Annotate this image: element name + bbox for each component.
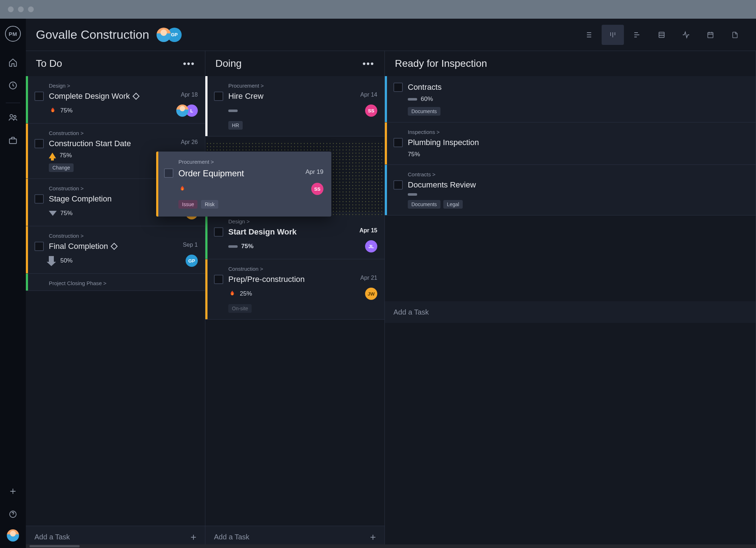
- help-icon[interactable]: [5, 506, 21, 522]
- traffic-light-close[interactable]: [8, 6, 14, 12]
- card-stripe: [26, 274, 28, 291]
- task-checkbox[interactable]: [34, 139, 44, 148]
- task-card[interactable]: Design > Complete Design Work Apr 18 75%: [26, 76, 205, 124]
- priority-bar-icon: [408, 193, 417, 196]
- list-view-tab[interactable]: [577, 25, 599, 45]
- card-stripe: [26, 76, 28, 123]
- task-date: Apr 21: [360, 275, 377, 281]
- column-title: Ready for Inspection: [395, 58, 487, 69]
- scrollbar-thumb[interactable]: [29, 545, 80, 547]
- task-card[interactable]: Design > Start Design Work Apr 15 75% JL: [205, 212, 384, 259]
- column-menu-icon[interactable]: •••: [363, 58, 374, 69]
- horizontal-scrollbar[interactable]: [26, 544, 756, 548]
- card-breadcrumb[interactable]: Procurement >: [228, 83, 377, 89]
- card-breadcrumb[interactable]: Inspections >: [408, 129, 748, 135]
- member-avatar[interactable]: [157, 28, 171, 42]
- files-view-tab[interactable]: [724, 25, 746, 45]
- card-breadcrumb[interactable]: Construction >: [49, 233, 198, 239]
- task-card[interactable]: Contracts > Documents Review Documents L…: [385, 165, 756, 215]
- task-tag[interactable]: Documents: [408, 107, 440, 116]
- task-card[interactable]: Construction > Final Completion Sep 1 50…: [26, 226, 205, 274]
- view-switcher: [577, 25, 746, 45]
- card-breadcrumb[interactable]: Project Closing Phase >: [49, 280, 198, 286]
- task-tag[interactable]: Documents: [408, 200, 440, 209]
- task-title: Contracts: [408, 83, 748, 92]
- calendar-view-tab[interactable]: [699, 25, 722, 45]
- gantt-view-tab[interactable]: [626, 25, 648, 45]
- task-date: Apr 19: [305, 168, 323, 176]
- task-card[interactable]: Construction > Prep/Pre-construction Apr…: [205, 259, 384, 320]
- svg-point-2: [14, 116, 16, 118]
- task-tag[interactable]: On-site: [228, 304, 252, 313]
- card-stripe: [26, 179, 28, 226]
- task-card[interactable]: Procurement > Hire Crew Apr 14 SS HR: [205, 76, 384, 136]
- add-icon[interactable]: [5, 483, 21, 499]
- activity-view-tab[interactable]: [675, 25, 697, 45]
- card-stripe: [385, 165, 387, 215]
- sheet-view-tab[interactable]: [650, 25, 673, 45]
- task-title: Complete Design Work: [49, 92, 177, 101]
- task-card[interactable]: Project Closing Phase >: [26, 274, 205, 291]
- svg-rect-3: [9, 139, 17, 144]
- task-card[interactable]: Inspections > Plumbing Inspection 75%: [385, 122, 756, 165]
- task-checkbox[interactable]: [34, 194, 44, 204]
- task-title: Prep/Pre-construction: [228, 275, 356, 284]
- column-cards: Design > Complete Design Work Apr 18 75%: [26, 76, 205, 526]
- plus-icon: +: [370, 531, 376, 543]
- add-task-button[interactable]: Add a Task: [385, 301, 756, 323]
- task-progress: 25%: [240, 290, 252, 297]
- clock-icon[interactable]: [5, 78, 21, 93]
- task-tag[interactable]: Legal: [443, 200, 463, 209]
- project-members[interactable]: GP: [157, 28, 182, 42]
- task-tag[interactable]: Risk: [201, 200, 218, 209]
- column-menu-icon[interactable]: •••: [183, 58, 195, 69]
- card-breadcrumb[interactable]: Design >: [228, 218, 377, 224]
- card-breadcrumb[interactable]: Construction >: [228, 266, 377, 272]
- task-checkbox[interactable]: [393, 180, 403, 190]
- card-stripe: [156, 152, 158, 217]
- add-task-label: Add a Task: [214, 533, 249, 541]
- task-progress: 75%: [60, 107, 73, 114]
- assignee-avatar[interactable]: GP: [186, 255, 198, 267]
- priority-low-icon: [49, 256, 54, 263]
- card-breadcrumb[interactable]: Procurement >: [178, 159, 323, 165]
- task-checkbox[interactable]: [214, 92, 223, 101]
- task-tag[interactable]: Issue: [178, 200, 197, 209]
- team-icon[interactable]: [5, 110, 21, 125]
- board-view-tab[interactable]: [602, 25, 624, 45]
- traffic-light-min[interactable]: [18, 6, 24, 12]
- card-breadcrumb[interactable]: Contracts >: [408, 171, 748, 177]
- card-stripe: [26, 124, 28, 178]
- task-tag[interactable]: Change: [49, 163, 74, 172]
- app-logo[interactable]: PM: [5, 26, 21, 42]
- traffic-light-max[interactable]: [28, 6, 34, 12]
- task-checkbox[interactable]: [393, 138, 403, 147]
- task-card[interactable]: Contracts 60% Documents: [385, 76, 756, 122]
- column-ready: Ready for Inspection Contracts 60%: [385, 51, 756, 548]
- briefcase-icon[interactable]: [5, 133, 21, 148]
- task-progress: 75%: [408, 151, 420, 158]
- task-checkbox[interactable]: [164, 168, 173, 178]
- priority-flame-icon: [178, 185, 186, 193]
- task-title: Construction Start Date: [49, 139, 177, 148]
- task-tag[interactable]: HR: [228, 121, 243, 130]
- task-checkbox[interactable]: [34, 92, 44, 101]
- task-checkbox[interactable]: [214, 275, 223, 284]
- assignee-avatar[interactable]: SS: [365, 105, 377, 117]
- home-icon[interactable]: [5, 55, 21, 70]
- assignee-avatar[interactable]: JW: [365, 288, 377, 300]
- task-checkbox[interactable]: [393, 83, 403, 92]
- task-checkbox[interactable]: [34, 242, 44, 251]
- card-breadcrumb[interactable]: Design >: [49, 83, 198, 89]
- assignee-avatar[interactable]: JL: [365, 240, 377, 252]
- card-breadcrumb[interactable]: Construction >: [49, 130, 198, 136]
- task-date: Apr 18: [181, 92, 198, 98]
- dragging-card[interactable]: Procurement > Order Equipment Apr 19 SS …: [156, 152, 331, 217]
- task-checkbox[interactable]: [214, 227, 223, 237]
- add-task-label: Add a Task: [34, 533, 70, 541]
- assignee-avatar[interactable]: [176, 105, 188, 117]
- project-header: Govalle Construction GP: [26, 19, 756, 51]
- task-title: Order Equipment: [178, 168, 305, 178]
- current-user-avatar[interactable]: [7, 529, 19, 542]
- assignee-avatar[interactable]: SS: [311, 183, 323, 195]
